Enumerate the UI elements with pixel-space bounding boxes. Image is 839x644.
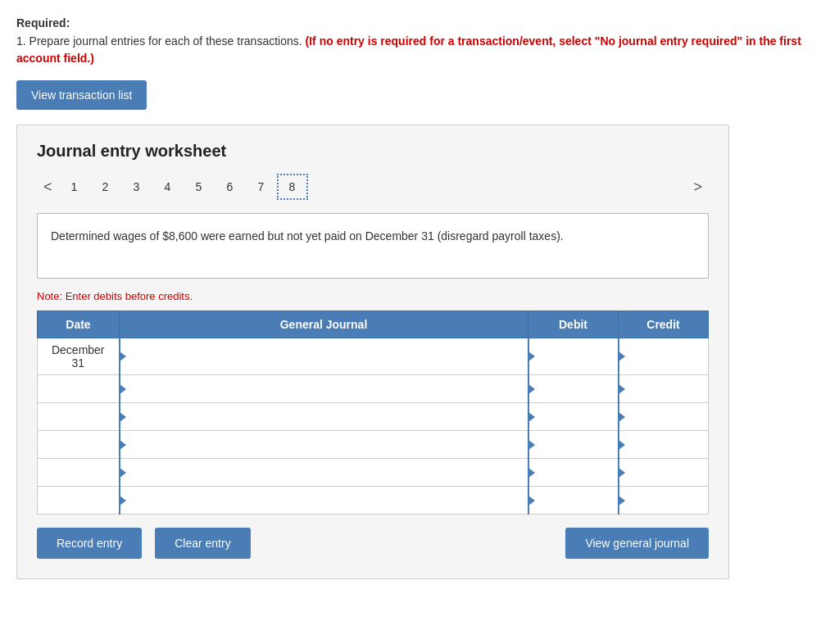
credit-cell-4[interactable]: [619, 459, 709, 487]
journal-input-3[interactable]: [120, 431, 528, 458]
credit-input-5[interactable]: [619, 487, 709, 514]
journal-cell-1[interactable]: [120, 375, 528, 403]
date-cell-4: [38, 459, 120, 487]
date-cell-2: [38, 403, 120, 431]
journal-table: Date General Journal Debit Credit Decemb…: [37, 311, 709, 515]
table-row: [38, 403, 709, 431]
credit-arrow-4: [619, 468, 625, 478]
journal-input-1[interactable]: [120, 375, 528, 402]
debit-cell-4[interactable]: [528, 459, 619, 487]
record-entry-button[interactable]: Record entry: [37, 528, 142, 559]
table-row: December 31: [38, 338, 709, 375]
credit-cell-3[interactable]: [619, 431, 709, 459]
credit-input-0[interactable]: [619, 338, 709, 374]
tab-6[interactable]: 6: [215, 174, 246, 200]
debit-input-0[interactable]: [529, 338, 618, 374]
tab-7[interactable]: 7: [246, 174, 277, 200]
table-row: [38, 431, 709, 459]
journal-arrow-2: [120, 412, 126, 422]
required-label: Required:: [16, 16, 823, 29]
debit-cell-2[interactable]: [528, 403, 619, 431]
instructions-line1: 1. Prepare journal entries for each of t…: [16, 34, 302, 48]
instructions: 1. Prepare journal entries for each of t…: [16, 33, 823, 67]
debit-input-3[interactable]: [529, 431, 618, 458]
debit-arrow-1: [528, 384, 535, 394]
debit-input-4[interactable]: [529, 459, 618, 486]
buttons-row: Record entry Clear entry View general jo…: [37, 528, 709, 559]
debit-arrow-2: [528, 412, 535, 422]
journal-input-2[interactable]: [120, 403, 528, 430]
tab-2[interactable]: 2: [90, 174, 121, 200]
view-general-journal-button[interactable]: View general journal: [565, 528, 709, 559]
view-transaction-button[interactable]: View transaction list: [16, 80, 147, 110]
col-header-date: Date: [38, 311, 120, 338]
journal-cell-0[interactable]: [120, 338, 528, 375]
debit-arrow-0: [528, 351, 535, 361]
journal-input-4[interactable]: [120, 459, 528, 486]
debit-input-1[interactable]: [529, 375, 618, 402]
clear-entry-button[interactable]: Clear entry: [155, 528, 250, 559]
col-header-debit: Debit: [528, 311, 619, 338]
table-row: [38, 375, 709, 403]
debit-cell-1[interactable]: [528, 375, 619, 403]
debit-arrow-3: [528, 440, 535, 450]
credit-arrow-0: [619, 351, 625, 361]
tab-5[interactable]: 5: [184, 174, 215, 200]
tab-4[interactable]: 4: [152, 174, 184, 200]
journal-input-5[interactable]: [120, 487, 528, 514]
credit-cell-0[interactable]: [619, 338, 709, 375]
debit-arrow-5: [528, 496, 535, 506]
credit-arrow-2: [619, 412, 625, 422]
debit-cell-3[interactable]: [528, 431, 619, 459]
journal-arrow-1: [120, 384, 126, 394]
tab-3[interactable]: 3: [121, 174, 152, 200]
journal-cell-2[interactable]: [120, 403, 528, 431]
worksheet-title: Journal entry worksheet: [37, 142, 709, 161]
credit-cell-5[interactable]: [619, 487, 709, 515]
debit-input-5[interactable]: [529, 487, 618, 514]
journal-cell-5[interactable]: [120, 487, 528, 515]
table-row: [38, 459, 709, 487]
col-header-journal: General Journal: [120, 311, 528, 338]
credit-input-1[interactable]: [619, 375, 709, 402]
journal-cell-3[interactable]: [120, 431, 528, 459]
next-arrow[interactable]: >: [687, 175, 709, 199]
credit-input-3[interactable]: [619, 431, 709, 458]
date-cell-0: December 31: [38, 338, 120, 375]
worksheet-container: Journal entry worksheet < 1 2 3 4 5 6 7 …: [16, 125, 729, 579]
debit-cell-5[interactable]: [528, 487, 619, 515]
prev-arrow[interactable]: <: [37, 175, 59, 199]
date-cell-1: [38, 375, 120, 403]
tab-1[interactable]: 1: [59, 174, 90, 200]
credit-cell-1[interactable]: [619, 375, 709, 403]
journal-arrow-4: [120, 468, 126, 478]
journal-arrow-0: [120, 351, 126, 361]
credit-arrow-3: [619, 440, 625, 450]
journal-arrow-5: [120, 496, 126, 506]
note-text: Note: Enter debits before credits.: [37, 290, 709, 302]
credit-input-4[interactable]: [619, 459, 709, 486]
credit-arrow-5: [619, 496, 625, 506]
transaction-description: Determined wages of $8,600 were earned b…: [37, 213, 709, 279]
tab-8[interactable]: 8: [277, 174, 308, 200]
credit-cell-2[interactable]: [619, 403, 709, 431]
table-row: [38, 487, 709, 515]
col-header-credit: Credit: [619, 311, 709, 338]
journal-input-0[interactable]: [120, 338, 528, 374]
tabs-navigation: < 1 2 3 4 5 6 7 8 >: [37, 174, 709, 200]
credit-arrow-1: [619, 384, 625, 394]
journal-arrow-3: [120, 440, 126, 450]
credit-input-2[interactable]: [619, 403, 709, 430]
date-cell-3: [38, 431, 120, 459]
debit-arrow-4: [528, 468, 535, 478]
debit-cell-0[interactable]: [528, 338, 619, 375]
date-cell-5: [38, 487, 120, 515]
debit-input-2[interactable]: [529, 403, 618, 430]
journal-cell-4[interactable]: [120, 459, 528, 487]
